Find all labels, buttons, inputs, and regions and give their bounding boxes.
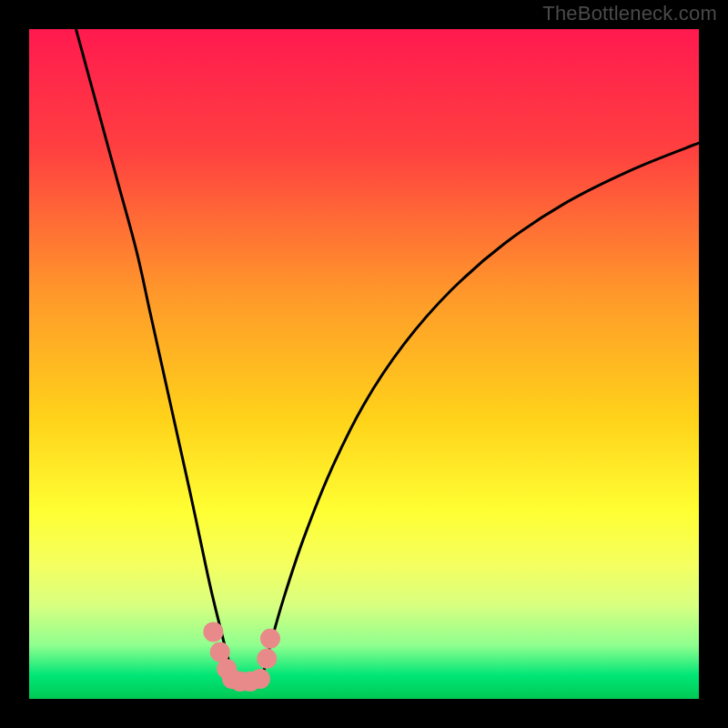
chart-frame: TheBottleneck.com bbox=[0, 0, 728, 728]
watermark-text: TheBottleneck.com bbox=[542, 2, 717, 25]
bottleneck-marker bbox=[250, 669, 270, 689]
bottleneck-curve-chart bbox=[29, 29, 699, 699]
bottleneck-marker bbox=[203, 622, 223, 642]
gradient-background bbox=[29, 29, 699, 699]
bottleneck-marker bbox=[257, 649, 277, 669]
bottleneck-marker bbox=[260, 629, 280, 649]
plot-area bbox=[29, 29, 699, 699]
